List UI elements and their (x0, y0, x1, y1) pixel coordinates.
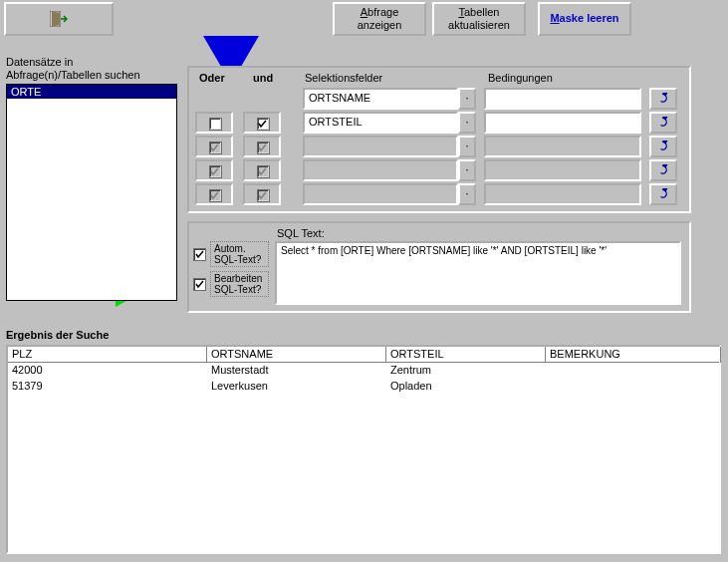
cell: Opladen (386, 379, 546, 395)
oder-checkbox (195, 159, 233, 181)
tables-panel: Datensätze in Abfrage(n)/Tabellen suchen… (6, 56, 177, 301)
sql-title: SQL Text: (277, 227, 325, 239)
field-combo (303, 159, 476, 181)
oder-checkbox (195, 183, 233, 205)
show-query-button[interactable]: Abfrageanzeigen (333, 2, 426, 36)
col-bemerkung[interactable]: BEMERKUNG (546, 347, 721, 363)
undo-button[interactable] (649, 136, 677, 157)
cell: Leverkusen (207, 379, 386, 395)
oder-checkbox (195, 136, 233, 157)
tables-label: Datensätze in Abfrage(n)/Tabellen suchen (6, 56, 177, 82)
exit-icon (50, 11, 68, 27)
field-value (303, 136, 458, 157)
condition-input (484, 159, 641, 181)
condition-input (484, 183, 641, 205)
field-value (303, 183, 458, 205)
cell (546, 363, 721, 379)
sql-textarea[interactable]: Select * from [ORTE] Where [ORTSNAME] li… (275, 241, 681, 305)
check-icon (195, 250, 204, 259)
header-oder: Oder (199, 72, 225, 84)
cell (546, 379, 721, 395)
list-item[interactable]: ORTE (7, 85, 176, 99)
field-combo (303, 183, 476, 205)
undo-button[interactable] (649, 88, 677, 110)
edit-sql-label: Bearbeiten SQL-Text? (210, 271, 269, 297)
und-checkbox (243, 136, 281, 157)
result-title: Ergebnis der Suche (6, 329, 721, 341)
condition-input[interactable] (484, 88, 641, 110)
dropdown-button[interactable] (458, 112, 476, 134)
criteria-row (195, 136, 683, 159)
clear-mask-label: Maske leeren (550, 12, 618, 24)
field-value: ORTSTEIL (303, 112, 458, 134)
condition-input[interactable] (484, 112, 641, 134)
tables-listbox[interactable]: ORTE (6, 84, 177, 301)
field-combo[interactable]: ORTSTEIL (303, 112, 476, 134)
field-combo[interactable]: ORTSNAME (303, 88, 476, 110)
cell: 51379 (8, 379, 207, 395)
header-conditions: Bedingungen (488, 72, 553, 84)
undo-button[interactable] (649, 159, 677, 181)
undo-button[interactable] (649, 112, 677, 134)
field-combo (303, 136, 476, 157)
refresh-tables-label: Tabellenaktualisieren (448, 6, 510, 31)
dropdown-button (458, 159, 476, 181)
dropdown-button[interactable] (458, 88, 476, 110)
criteria-row: ORTSNAME (195, 88, 683, 112)
condition-input (484, 136, 641, 157)
result-panel: Ergebnis der Suche PLZ ORTSNAME ORTSTEIL… (6, 329, 721, 556)
auto-sql-label: Autom. SQL-Text? (210, 241, 269, 267)
cell: Musterstadt (207, 363, 386, 379)
und-checkbox (243, 159, 281, 181)
criteria-panel: Oder und Selektionsfelder Bedingungen OR… (187, 66, 691, 213)
result-grid[interactable]: PLZ ORTSNAME ORTSTEIL BEMERKUNG 42000 Mu… (6, 345, 721, 554)
show-query-label: Abfrageanzeigen (358, 6, 402, 31)
field-value (303, 159, 458, 181)
sql-panel: Autom. SQL-Text? Bearbeiten SQL-Text? SQ… (187, 221, 691, 313)
exit-button[interactable] (4, 2, 114, 36)
header-und: und (253, 72, 273, 84)
und-checkbox (243, 183, 281, 205)
auto-sql-checkbox[interactable] (193, 248, 206, 261)
header-fields: Selektionsfelder (305, 72, 382, 84)
result-header: PLZ ORTSNAME ORTSTEIL BEMERKUNG (8, 347, 719, 363)
criteria-row (195, 159, 683, 183)
field-value: ORTSNAME (303, 88, 458, 110)
col-ortsteil[interactable]: ORTSTEIL (386, 347, 546, 363)
criteria-row (195, 183, 683, 207)
clear-mask-button[interactable]: Maske leeren (538, 2, 631, 36)
edit-sql-checkbox[interactable] (193, 278, 206, 291)
criteria-row: ORTSTEIL (195, 112, 683, 136)
dropdown-button (458, 183, 476, 205)
toolbar: Abfrageanzeigen Tabellenaktualisieren Ma… (0, 0, 728, 38)
cell: Zentrum (386, 363, 546, 379)
dropdown-button (458, 136, 476, 157)
table-row[interactable]: 42000 Musterstadt Zentrum (8, 363, 719, 379)
table-row[interactable]: 51379 Leverkusen Opladen (8, 379, 719, 395)
refresh-tables-button[interactable]: Tabellenaktualisieren (432, 2, 526, 36)
check-icon (195, 280, 204, 289)
svg-marker-1 (52, 11, 60, 27)
und-checkbox[interactable] (243, 112, 281, 134)
undo-button[interactable] (649, 183, 677, 205)
col-plz[interactable]: PLZ (8, 347, 207, 363)
col-ortsname[interactable]: ORTSNAME (207, 347, 386, 363)
oder-checkbox[interactable] (195, 112, 233, 134)
cell: 42000 (8, 363, 207, 379)
